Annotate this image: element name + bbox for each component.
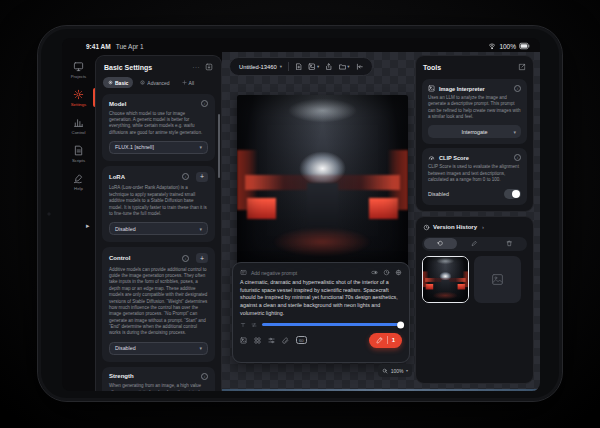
steps-badge[interactable]: 60 (296, 336, 307, 344)
attachment-icon[interactable] (282, 337, 289, 344)
add-image-icon[interactable] (240, 337, 247, 344)
info-icon[interactable]: i (514, 85, 521, 92)
image-interpreter-title: Image Interpreter (439, 86, 485, 92)
info-icon[interactable]: i (201, 373, 208, 380)
info-icon[interactable]: i (182, 255, 189, 262)
rail-label: Control (72, 130, 86, 135)
clip-score-card: CLIP Score i CLIP Score is used to evalu… (422, 148, 527, 204)
negative-prompt-placeholder[interactable]: Add negative prompt (251, 270, 297, 276)
history-tab-edits[interactable] (458, 238, 491, 249)
sidebar-item-control[interactable]: Control (62, 117, 95, 135)
add-control-button[interactable]: + (196, 253, 208, 263)
brush-icon (376, 337, 383, 344)
chevron-down-icon: ▾ (406, 368, 408, 373)
interrogate-button[interactable]: Interrogate ▾ (428, 125, 521, 138)
toolbar-divider (288, 62, 289, 71)
more-options-button[interactable]: ··· (193, 64, 201, 70)
chevron-down-icon: ▾ (199, 345, 202, 351)
navigation-rail: Projects Settings Control (62, 52, 95, 391)
artwork-detail-layer (237, 95, 408, 266)
guidance-slider-track[interactable] (262, 323, 402, 326)
strength-description: When generating from an image, a high va… (109, 383, 208, 391)
collapse-toolbar-button[interactable] (356, 63, 364, 71)
app-screen: 9:41 AM Tue Apr 1 100% (62, 38, 540, 391)
folder-button[interactable]: ▾ (339, 63, 350, 71)
prompt-actions-row: 60 1 (240, 333, 402, 348)
version-thumbnail-empty[interactable] (474, 256, 521, 303)
control-dropdown[interactable]: Disabled ▾ (109, 342, 208, 355)
chevron-down-icon: ▾ (317, 64, 319, 69)
share-button[interactable] (325, 63, 333, 71)
tab-all[interactable]: All (177, 77, 200, 88)
version-history-title: Version History (433, 224, 477, 230)
export-panel-icon[interactable] (518, 63, 526, 71)
model-dropdown[interactable]: FLUX.1 [schnell] ▾ (109, 141, 208, 154)
model-description: Choose which model to use for image gene… (109, 111, 208, 136)
negative-prompt-row: Add negative prompt (240, 269, 402, 276)
thumbnail-art (423, 257, 468, 302)
button-divider (387, 336, 388, 344)
toggle-icon[interactable] (371, 269, 378, 276)
guidance-slider-knob[interactable] (397, 321, 404, 328)
version-thumbnail-current[interactable] (422, 256, 469, 303)
strength-title: Strength (109, 373, 134, 379)
battery-icon (519, 42, 530, 50)
tools-panel: Tools Image Interpreter i (415, 55, 534, 212)
prompt-input[interactable]: A cinematic, dramatic and hyperrealistic… (240, 279, 402, 318)
add-lora-button[interactable]: + (196, 172, 208, 182)
new-document-button[interactable] (295, 63, 303, 71)
chevron-down-icon: ▾ (199, 226, 202, 232)
generate-button[interactable]: 1 (369, 333, 402, 348)
strength-card: Strength i When generating from an image… (102, 367, 215, 391)
tab-basic[interactable]: Basic (103, 77, 133, 88)
chevron-right-icon: › (482, 224, 484, 230)
status-date: Tue Apr 1 (116, 43, 144, 50)
ipad-device-frame: 9:41 AM Tue Apr 1 100% (37, 25, 563, 402)
image-interpreter-icon (428, 85, 435, 92)
sidebar-item-scripts[interactable]: Scripts (62, 145, 95, 163)
history-tab-trash[interactable] (492, 238, 525, 249)
pen-scribble-icon (73, 173, 84, 184)
tune-sliders-icon[interactable] (268, 337, 275, 344)
guidance-slider-row (240, 322, 402, 328)
image-interpreter-card: Image Interpreter i Uses an LLM to analy… (422, 79, 527, 144)
clip-score-description: CLIP Score is used to evaluate the align… (428, 164, 521, 183)
save-settings-icon[interactable] (205, 63, 213, 71)
globe-icon[interactable] (395, 269, 402, 276)
info-icon[interactable]: i (182, 173, 189, 180)
chart-icon (73, 117, 84, 128)
model-title: Model (109, 101, 126, 107)
tab-advanced[interactable]: Advanced (135, 77, 174, 88)
zoom-control[interactable]: 100% ▾ (378, 364, 412, 377)
history-icon[interactable] (383, 269, 390, 276)
chevron-down-icon: ▾ (199, 144, 202, 150)
history-tab-timeline[interactable] (424, 238, 457, 249)
spaceship-interior-art (237, 95, 408, 266)
text-strength-icon (240, 322, 246, 328)
front-camera (47, 212, 51, 216)
info-icon[interactable]: i (514, 154, 521, 161)
document-title-menu[interactable]: Untitled-13460 ▾ (239, 64, 282, 70)
tools-column: Tools Image Interpreter i (415, 55, 534, 384)
sidebar-item-settings[interactable]: Settings (62, 89, 95, 107)
grid-icon[interactable] (254, 337, 261, 344)
tools-panel-title: Tools (423, 64, 441, 71)
sidebar-item-help[interactable]: Help (62, 173, 95, 191)
clip-score-toggle[interactable] (504, 189, 521, 199)
version-history-header[interactable]: Version History › (422, 223, 527, 232)
generated-image[interactable] (237, 95, 408, 266)
lora-card: LoRA i + LoRA (Low-order Rank Adaptation… (102, 166, 215, 242)
rail-label: Scripts (72, 158, 85, 163)
lora-dropdown[interactable]: Disabled ▾ (109, 222, 208, 235)
status-time: 9:41 AM (86, 43, 111, 50)
sidebar-item-projects[interactable]: Projects (62, 61, 95, 79)
info-icon[interactable]: i (201, 100, 208, 107)
settings-panel-title: Basic Settings (104, 64, 152, 71)
save-image-button[interactable]: ▾ (308, 63, 319, 71)
clip-score-toggle-label: Disabled (428, 191, 449, 197)
rail-label: Projects (71, 74, 87, 79)
control-card: Control i + Additive models can provide … (102, 247, 215, 361)
panel-collapse-arrow[interactable]: ▸ (86, 222, 90, 229)
chevron-down-icon: ▾ (347, 64, 349, 69)
settings-scrollbar[interactable] (218, 114, 220, 178)
